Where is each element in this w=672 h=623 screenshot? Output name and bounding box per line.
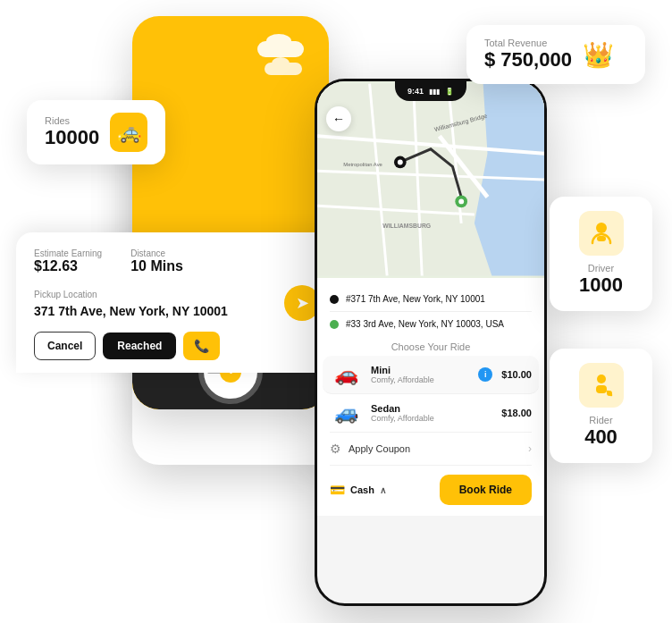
mini-price: $10.00 [501, 369, 532, 380]
driver-icon [579, 211, 624, 256]
rider-icon [579, 363, 624, 408]
rides-info: Rides 10000 [45, 115, 99, 149]
info-badge[interactable]: i [478, 367, 492, 382]
svg-text:Metropolitan Ave: Metropolitan Ave [343, 162, 382, 167]
rider-value: 400 [584, 425, 617, 449]
svg-point-4 [607, 391, 612, 396]
map-back-button[interactable]: ← [326, 106, 351, 131]
revenue-label: Total Revenue [484, 38, 572, 48]
map-area: Williamsburg Bridge Metropolitan Ave WIL… [317, 81, 544, 278]
to-address-row: #33 3rd Ave, New York, NY 10003, USA [330, 314, 532, 334]
mini-car-icon: 🚗 [330, 363, 362, 386]
svg-point-16 [458, 198, 464, 204]
mini-info: Mini Comfy, Affordable [371, 365, 469, 384]
from-address-text: #371 7th Ave, New York, NY 10001 [346, 294, 485, 304]
from-address-row: #371 7th Ave, New York, NY 10001 [330, 289, 532, 309]
sedan-info: Sedan Comfy, Affordable [371, 403, 492, 423]
coupon-icon: ⚙ [330, 442, 341, 456]
driver-info-card: Estimate Earning $12.63 Distance 10 Mins… [16, 232, 338, 373]
rides-label: Rides [45, 115, 99, 126]
svg-text:WILLIAMSBURG: WILLIAMSBURG [382, 223, 431, 229]
pickup-label: Pickup Location [34, 290, 228, 299]
to-address-text: #33 3rd Ave, New York, NY 10003, USA [346, 319, 504, 329]
rider-label: Rider [584, 415, 617, 425]
coupon-label: Apply Coupon [349, 443, 410, 454]
payment-method[interactable]: 💳 Cash ∧ [330, 483, 386, 497]
revenue-value: $ 750,000 [484, 48, 572, 72]
ride-panel: #371 7th Ave, New York, NY 10001 #33 3rd… [317, 278, 544, 516]
from-dot [330, 295, 339, 304]
coupon-row[interactable]: ⚙ Apply Coupon › [330, 433, 532, 466]
estimate-earning: Estimate Earning $12.63 [34, 248, 102, 274]
ride-option-sedan[interactable]: 🚙 Sedan Comfy, Affordable $18.00 [330, 394, 532, 433]
rider-card: Rider 400 [550, 349, 652, 463]
svg-point-2 [597, 375, 606, 383]
reached-button[interactable]: Reached [103, 333, 176, 359]
sedan-price: $18.00 [501, 408, 532, 418]
estimate-label: Estimate Earning [34, 248, 102, 258]
driver-card: Driver 1000 [550, 197, 652, 311]
payment-label: Cash [350, 484, 374, 495]
distance-value: 10 Mins [130, 258, 183, 274]
phone-map: 9:41 ▮▮▮ 🔋 Willi [315, 79, 547, 606]
pickup-address: 371 7th Ave, New York, NY 10001 [34, 303, 228, 321]
driver-info: Driver 1000 [579, 263, 623, 297]
distance-label: Distance [130, 248, 183, 258]
driver-label: Driver [579, 263, 623, 274]
pickup-section: Pickup Location 371 7th Ave, New York, N… [34, 285, 320, 321]
choose-ride-label: Choose Your Ride [330, 334, 532, 356]
ride-option-mini[interactable]: 🚗 Mini Comfy, Affordable i $10.00 [323, 356, 539, 394]
estimate-value: $12.63 [34, 258, 102, 274]
payment-chevron-icon: ∧ [380, 485, 386, 495]
rides-value: 10000 [45, 126, 99, 149]
mini-name: Mini [371, 365, 469, 375]
phone-notch: 9:41 ▮▮▮ 🔋 [395, 81, 466, 101]
action-row: Cancel Reached 📞 [34, 332, 320, 360]
taxi-icon: 🚕 [110, 113, 147, 152]
rides-card: Rides 10000 🚕 [27, 100, 165, 164]
svg-rect-3 [596, 385, 607, 393]
sedan-sub: Comfy, Affordable [371, 414, 492, 423]
phone-time: 9:41 [407, 87, 424, 96]
coupon-left: ⚙ Apply Coupon [330, 442, 410, 456]
driver-value: 1000 [579, 274, 623, 297]
to-dot [330, 320, 339, 329]
phone-button[interactable]: 📞 [183, 332, 220, 360]
mini-sub: Comfy, Affordable [371, 375, 469, 384]
revenue-info: Total Revenue $ 750,000 [484, 38, 572, 72]
svg-point-0 [596, 223, 607, 233]
rider-info: Rider 400 [584, 415, 617, 449]
sedan-name: Sedan [371, 403, 492, 414]
cash-icon: 💳 [330, 483, 345, 497]
coupon-chevron-icon: › [528, 442, 532, 455]
estimate-distance: Distance 10 Mins [130, 248, 183, 274]
revenue-card: Total Revenue $ 750,000 👑 [466, 25, 645, 84]
sedan-car-icon: 🚙 [330, 401, 362, 425]
estimate-row: Estimate Earning $12.63 Distance 10 Mins [34, 248, 320, 274]
book-row: 💳 Cash ∧ Book Ride [330, 466, 532, 505]
crown-icon: 👑 [583, 40, 614, 70]
book-ride-button[interactable]: Book Ride [440, 475, 532, 505]
svg-point-14 [398, 160, 403, 165]
svg-rect-1 [597, 236, 606, 241]
cancel-button[interactable]: Cancel [34, 332, 96, 360]
